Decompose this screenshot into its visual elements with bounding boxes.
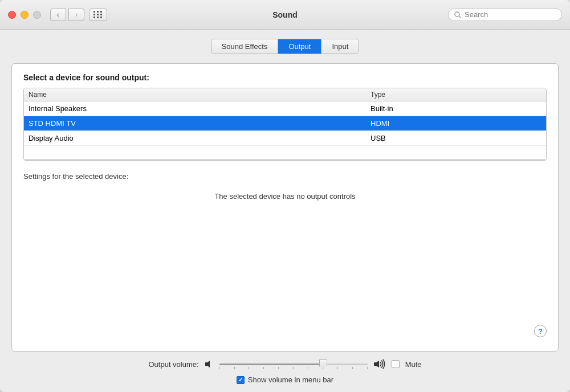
volume-row: Output volume:: [148, 358, 421, 370]
volume-slider[interactable]: [219, 358, 368, 370]
tab-sound-effects[interactable]: Sound Effects: [211, 39, 279, 54]
mute-checkbox[interactable]: [392, 360, 400, 368]
search-input[interactable]: [465, 10, 556, 19]
tab-bar: Sound Effects Output Input: [11, 39, 559, 54]
settings-section: Settings for the selected device: The se…: [23, 172, 547, 201]
svg-line-1: [459, 16, 461, 18]
table-row[interactable]: Internal Speakers Built-in: [24, 101, 546, 116]
slider-tick: [249, 367, 249, 369]
search-icon: [454, 11, 461, 18]
volume-high-icon: [373, 359, 386, 369]
window-title: Sound: [272, 10, 298, 19]
grid-view-button[interactable]: [89, 9, 107, 21]
maximize-button[interactable]: [33, 11, 41, 19]
bottom-bar: Output volume:: [0, 352, 570, 392]
svg-rect-2: [205, 362, 207, 366]
table-row[interactable]: STD HDMI TV HDMI: [24, 116, 546, 131]
no-controls-message: The selected device has no output contro…: [23, 192, 547, 201]
svg-rect-3: [374, 362, 376, 366]
minimize-button[interactable]: [21, 11, 28, 19]
grid-icon: [93, 11, 103, 18]
main-window: ‹ › Sound Sound Effects: [0, 0, 570, 392]
menubar-row: Show volume in menu bar: [237, 375, 333, 384]
slider-ticks: [219, 367, 368, 369]
help-button[interactable]: ?: [534, 325, 547, 337]
search-box[interactable]: [448, 8, 562, 21]
back-button[interactable]: ‹: [50, 9, 66, 21]
panel-inner: Select a device for sound output: Name T…: [12, 64, 558, 351]
nav-buttons: ‹ ›: [50, 9, 84, 21]
tab-output[interactable]: Output: [278, 39, 321, 54]
menubar-checkbox[interactable]: [237, 376, 245, 384]
col-type-header: Type: [370, 91, 542, 99]
device-type-3: USB: [370, 134, 542, 142]
device-table: Name Type Internal Speakers Built-in STD…: [23, 88, 547, 161]
forward-button[interactable]: ›: [68, 9, 84, 21]
slider-tick: [352, 367, 353, 369]
table-row[interactable]: Display Audio USB: [24, 131, 546, 146]
mute-label: Mute: [405, 360, 422, 369]
device-type-1: Built-in: [370, 104, 542, 113]
forward-icon: ›: [75, 10, 78, 19]
output-panel: Select a device for sound output: Name T…: [11, 63, 559, 352]
device-type-2: HDMI: [370, 119, 542, 128]
table-header: Name Type: [24, 88, 546, 101]
table-empty-row: [24, 146, 546, 160]
slider-track: [219, 364, 368, 365]
settings-label: Settings for the selected device:: [23, 172, 547, 181]
content-area: Sound Effects Output Input Select a devi…: [0, 30, 570, 352]
slider-tick: [234, 367, 235, 369]
section-title: Select a device for sound output:: [23, 73, 547, 82]
slider-tick: [308, 367, 308, 369]
volume-low-icon: [205, 360, 214, 369]
device-name-2: STD HDMI TV: [28, 119, 370, 128]
slider-tick: [263, 367, 264, 369]
titlebar: ‹ › Sound: [0, 0, 570, 30]
menubar-label: Show volume in menu bar: [248, 375, 333, 384]
slider-tick: [367, 367, 368, 369]
device-name-1: Internal Speakers: [28, 104, 370, 113]
svg-point-0: [455, 12, 459, 17]
back-icon: ‹: [57, 10, 59, 19]
tab-input[interactable]: Input: [321, 39, 359, 54]
traffic-lights: [8, 11, 41, 19]
slider-tick: [278, 367, 279, 369]
close-button[interactable]: [8, 11, 16, 19]
table-divider: [24, 160, 546, 160]
slider-tick: [293, 367, 294, 369]
col-name-header: Name: [28, 91, 370, 99]
slider-tick: [219, 367, 220, 369]
tab-group: Sound Effects Output Input: [211, 39, 360, 54]
volume-label: Output volume:: [148, 360, 198, 369]
device-name-3: Display Audio: [28, 134, 370, 142]
slider-tick: [337, 367, 338, 369]
